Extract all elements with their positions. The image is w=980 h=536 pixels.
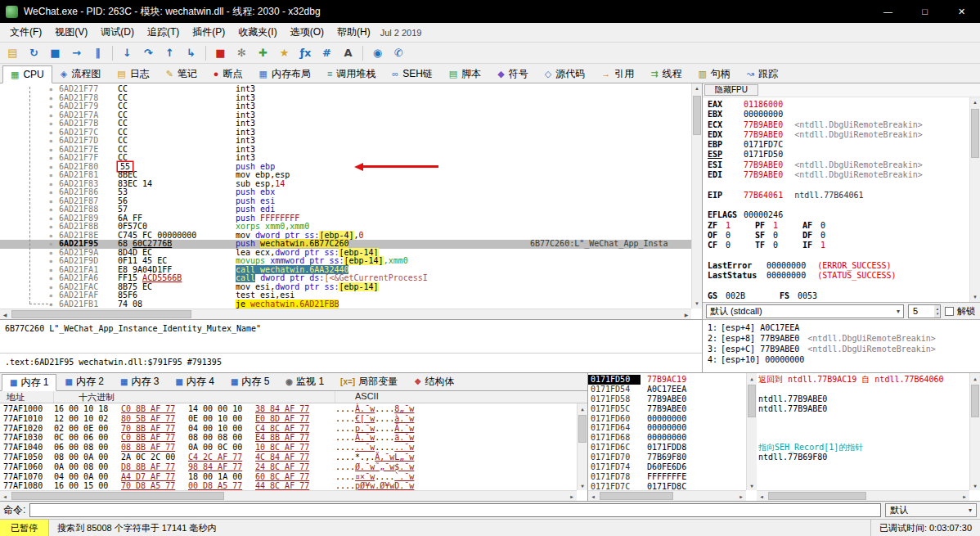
- dump-row[interactable]: 77AF100016 00 10 18C0 8B AF 7714 00 00 1…: [0, 404, 577, 414]
- menu-item-file[interactable]: 文件(F): [3, 23, 48, 42]
- minimize-button[interactable]: —: [870, 0, 906, 23]
- registers-vscrollbar[interactable]: ▲▼: [969, 97, 980, 302]
- tab-graph[interactable]: ◈流程图: [52, 65, 109, 83]
- disasm-row[interactable]: ●6AD21F79CCint3: [0, 102, 691, 111]
- tab-memory-4[interactable]: ▦内存 4: [167, 373, 222, 390]
- close-button[interactable]: ✕: [943, 0, 980, 23]
- disasm-row[interactable]: ●6AD21F7FCCint3: [0, 154, 691, 163]
- stack-comments-vscrollbar[interactable]: ▲▼: [969, 373, 980, 490]
- tab-threads[interactable]: ⇉线程: [642, 65, 690, 83]
- tab-cpu[interactable]: ▦CPU: [2, 65, 52, 83]
- advanced-breakpoint-button[interactable]: ■: [210, 44, 231, 62]
- tab-struct[interactable]: ❖结构体: [406, 373, 462, 390]
- tab-memory-5[interactable]: ▦内存 5: [223, 373, 277, 390]
- dump-row[interactable]: 77AF108016 00 15 0070 D8 A5 7700 D8 A5 7…: [0, 481, 577, 490]
- disasm-row[interactable]: ●6AD21F8383EC 14sub esp,14: [0, 180, 691, 189]
- execute-till-return-button[interactable]: ↳: [181, 44, 201, 62]
- settings-button[interactable]: ✻: [232, 44, 252, 62]
- tab-trace[interactable]: ↝跟踪: [739, 65, 786, 83]
- dump-vscrollbar[interactable]: ▲▼: [577, 403, 587, 490]
- dump-row[interactable]: 77AF105008 00 0A 002A 0C 2C 00C4 2C AF 7…: [0, 453, 577, 462]
- tab-log[interactable]: ▤日志: [109, 65, 157, 83]
- stack-row[interactable]: 0171FD7077B69F80: [588, 453, 746, 462]
- calculator-button[interactable]: ƒx: [295, 44, 316, 62]
- dump-hscrollbar[interactable]: ◀▶: [0, 490, 577, 501]
- pause-button[interactable]: ‖: [88, 44, 108, 62]
- menu-item-debug[interactable]: 调试(D): [94, 23, 141, 42]
- tab-references[interactable]: →引用: [593, 65, 642, 83]
- disasm-row[interactable]: ●6AD21F896A FFpush FFFFFFFF: [0, 214, 691, 223]
- hide-fpu-button[interactable]: 隐藏FPU: [704, 84, 758, 96]
- tab-memory-map[interactable]: ▦内存布局: [251, 65, 319, 83]
- stack-row[interactable]: 0171FD6000000000: [588, 414, 746, 424]
- tab-breakpoints[interactable]: ●断点: [205, 65, 251, 83]
- unlock-checkbox[interactable]: [945, 307, 954, 316]
- stack-row[interactable]: 0171FD5877B9ABE0: [588, 394, 746, 404]
- tab-memory-2[interactable]: ▦内存 2: [56, 373, 111, 390]
- tab-handles[interactable]: ▥句柄: [690, 65, 738, 83]
- dump-row[interactable]: 77AF10300C 00 06 00C0 8B AF 7708 00 08 0…: [0, 433, 577, 443]
- disasm-row[interactable]: ●6AD21F7CCCint3: [0, 128, 691, 137]
- argument-row[interactable]: 1:[esp+4] A0C17EEA: [708, 322, 975, 333]
- disasm-row[interactable]: ●6AD21F8857push edi: [0, 205, 691, 214]
- disasm-row[interactable]: ●6AD21F818BECmov ebp,esp: [0, 171, 691, 180]
- stack-row[interactable]: 0171FD74D60FE6D6: [588, 462, 746, 472]
- disasm-row[interactable]: ●6AD21F7ACCint3: [0, 111, 691, 120]
- step-out-button[interactable]: ↑: [160, 44, 180, 62]
- command-input[interactable]: [29, 503, 881, 517]
- stack-comments-hscrollbar[interactable]: ◀▶: [757, 490, 969, 501]
- disasm-row[interactable]: ●6AD21FB174 08je wechatwin.6AD21FBB: [0, 300, 691, 309]
- disasm-row[interactable]: ●6AD21F9568 60C2776Bpush wechatwin.6B77C…: [0, 240, 691, 249]
- disasm-row[interactable]: ●6AD21F7DCCint3: [0, 137, 691, 146]
- run-button[interactable]: →: [66, 44, 87, 62]
- disasm-row[interactable]: ●6AD21FAF85F6test esi,esi: [0, 291, 691, 300]
- tab-notes[interactable]: ✎笔记: [158, 65, 205, 83]
- favourites-button[interactable]: ★: [274, 44, 294, 62]
- maximize-button[interactable]: □: [906, 0, 943, 23]
- tab-memory-3[interactable]: ▦内存 3: [112, 373, 167, 390]
- step-into-button[interactable]: ↓: [117, 44, 137, 62]
- disasm-row[interactable]: ●6AD21F8653push ebx: [0, 188, 691, 197]
- disasm-row[interactable]: ●6AD21FA6FF15 ACD5566Bcall dword ptr ds:…: [0, 274, 691, 283]
- menu-item-options[interactable]: 选项(O): [284, 23, 330, 42]
- tab-memory-1[interactable]: ▦内存 1: [2, 374, 56, 391]
- command-profile-select[interactable]: 默认 ▾: [885, 503, 977, 517]
- disasm-row[interactable]: ●6AD21F9D0F11 45 ECmovups xmmword ptr ss…: [0, 257, 691, 266]
- tab-locals[interactable]: [x=]局部变量: [332, 373, 406, 390]
- disasm-row[interactable]: ●6AD21F7ECCint3: [0, 146, 691, 155]
- disasm-row[interactable]: ●6AD21FAC8B75 ECmov esi,dword ptr ss:[eb…: [0, 283, 691, 292]
- menu-item-view[interactable]: 视图(V): [48, 23, 94, 42]
- argument-row[interactable]: 2:[esp+8] 77B9ABE0<ntdll.DbgUiRemoteBrea…: [708, 333, 975, 344]
- tab-script[interactable]: ▤脚本: [441, 65, 489, 83]
- stack-row[interactable]: 0171FD78FFFFFFFE: [588, 472, 746, 482]
- disasm-row[interactable]: ●6AD21F7BCCint3: [0, 119, 691, 128]
- stack-row[interactable]: 0171FD6400000000: [588, 423, 746, 433]
- dump-row[interactable]: 77AF102002 00 0E 0070 8B AF 7704 00 10 0…: [0, 424, 577, 434]
- dump-row[interactable]: 77AF104006 00 08 0008 8B AF 770A 00 0C 0…: [0, 443, 577, 453]
- stack-row[interactable]: 0171FD6C0171FDD8: [588, 443, 746, 453]
- stack-vscrollbar[interactable]: ▲▼: [746, 373, 757, 490]
- stack-row[interactable]: 0171FD5C77B9ABE0: [588, 404, 746, 414]
- menu-item-trace[interactable]: 追踪(T): [141, 23, 186, 42]
- stop-button[interactable]: ■: [45, 44, 65, 62]
- stack-row[interactable]: 0171FD5077B9AC19: [588, 375, 746, 385]
- plugins-button[interactable]: ✚: [253, 44, 273, 62]
- disasm-row[interactable]: ●6AD21F8756push esi: [0, 197, 691, 206]
- dump-row[interactable]: 77AF10600A 00 08 00D8 8B AF 7798 84 AF 7…: [0, 462, 577, 472]
- argument-row[interactable]: 4:[esp+10] 00000000: [708, 354, 975, 365]
- tab-watch-1[interactable]: ◉监视 1: [277, 373, 332, 390]
- disassembly-vscrollbar[interactable]: ▲▼: [691, 83, 702, 309]
- tab-seh-chain[interactable]: ∞SEH链: [384, 65, 441, 83]
- disasm-row[interactable]: ●6AD21F77CCint3: [0, 85, 691, 94]
- patches-button[interactable]: #: [317, 44, 337, 62]
- search-button[interactable]: ◉: [367, 44, 388, 62]
- dump-row[interactable]: 77AF101012 00 10 0280 5B AF 770E 00 10 0…: [0, 414, 577, 424]
- tab-symbols[interactable]: ◆符号: [489, 65, 536, 83]
- dump-row[interactable]: 77AF107004 00 0A 00A4 D7 AF 7718 00 1A 0…: [0, 472, 577, 482]
- tab-source[interactable]: ◇源代码: [537, 65, 593, 83]
- argument-count-spinner[interactable]: 5 ▴▾: [908, 304, 941, 318]
- stack-row[interactable]: 0171FD6800000000: [588, 433, 746, 443]
- step-over-button[interactable]: ↷: [138, 44, 159, 62]
- menu-item-help[interactable]: 帮助(H): [330, 23, 377, 42]
- menu-item-plugins[interactable]: 插件(P): [186, 23, 232, 42]
